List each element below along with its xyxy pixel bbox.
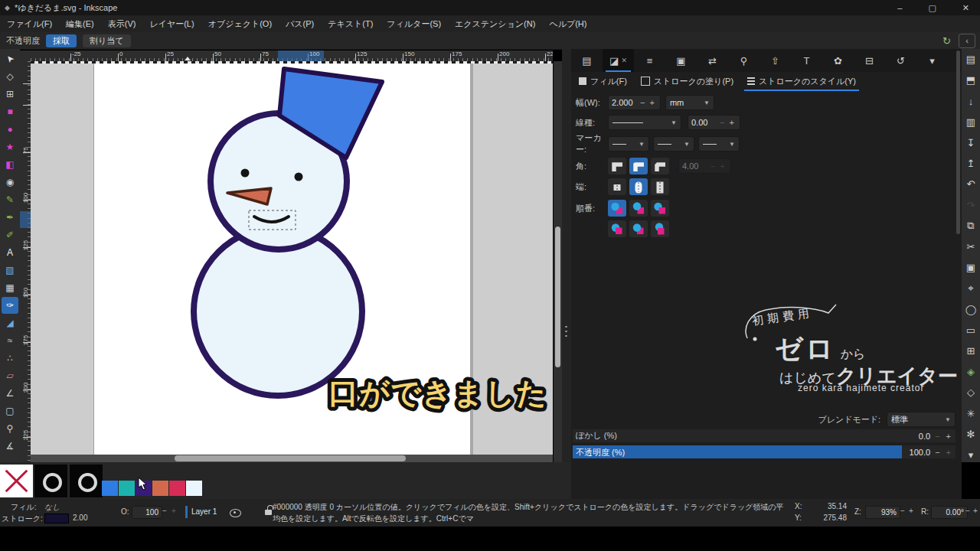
increment-icon[interactable]: + bbox=[647, 98, 656, 107]
cleanup-document-button[interactable]: ✳ bbox=[963, 406, 978, 420]
blur-slider[interactable]: ぼかし (%) 0.0 −+ bbox=[573, 429, 956, 442]
vertical-scrollbar[interactable] bbox=[554, 61, 562, 462]
assign-button[interactable]: 割り当て bbox=[83, 34, 131, 47]
text-tool[interactable]: A bbox=[2, 244, 18, 261]
calligraphy-tool[interactable]: ✐ bbox=[2, 227, 18, 243]
menu-item[interactable]: 表示(V) bbox=[101, 16, 143, 32]
maximize-button[interactable]: ▢ bbox=[928, 3, 936, 13]
paint-order-6-button[interactable] bbox=[651, 220, 669, 237]
decrement-icon[interactable]: − bbox=[900, 507, 905, 515]
transform-tab[interactable]: ⇄✕ bbox=[697, 49, 728, 72]
find-tab[interactable]: ⚲✕ bbox=[728, 49, 760, 72]
decrement-icon[interactable]: − bbox=[965, 507, 970, 515]
decrement-icon[interactable]: − bbox=[935, 448, 939, 457]
measure-tool[interactable]: ∡ bbox=[2, 438, 18, 455]
blend-mode-dropdown[interactable]: 標準▼ bbox=[887, 412, 956, 427]
cap-butt-button[interactable] bbox=[608, 178, 626, 195]
spiral-tool[interactable]: ◉ bbox=[2, 174, 18, 191]
decrement-icon[interactable]: − bbox=[162, 507, 167, 515]
rotation-value[interactable]: 0.00° bbox=[931, 506, 968, 519]
save-button[interactable]: ↓ bbox=[963, 93, 978, 108]
hscroll-thumb[interactable] bbox=[175, 455, 406, 461]
zoom-page-button[interactable]: ▭ bbox=[963, 323, 978, 337]
unit-dropdown[interactable]: mm▼ bbox=[665, 95, 714, 110]
document-properties-tab[interactable]: ▤✕ bbox=[571, 49, 603, 72]
tab-fill[interactable]: フィル(F) bbox=[574, 74, 632, 89]
close-dialog-icon[interactable]: ✕ bbox=[621, 57, 627, 64]
dropper-tool[interactable]: ✑ bbox=[2, 297, 18, 314]
undo-history-tab[interactable]: ↺✕ bbox=[885, 49, 916, 72]
more-dialogs-chevron[interactable]: ▾✕ bbox=[916, 49, 948, 72]
current-layer[interactable]: Layer 1 bbox=[191, 507, 217, 516]
decrement-icon[interactable]: − bbox=[935, 432, 939, 441]
stroke-color-swatch[interactable] bbox=[44, 514, 69, 523]
increment-icon[interactable]: + bbox=[946, 448, 951, 457]
menu-item[interactable]: ヘルプ(H) bbox=[542, 16, 593, 32]
menu-item[interactable]: フィルター(S) bbox=[380, 16, 448, 32]
menu-item[interactable]: 編集(E) bbox=[59, 16, 101, 32]
symbols-tab[interactable]: ✿✕ bbox=[822, 49, 854, 72]
palette-swatch-teal[interactable] bbox=[119, 481, 135, 496]
ring-swatch-2[interactable] bbox=[70, 465, 103, 497]
redo-button[interactable]: ↷ bbox=[963, 197, 978, 212]
pen-tool[interactable]: ✒ bbox=[2, 209, 18, 226]
pick-button[interactable]: 採取 bbox=[46, 34, 77, 47]
mesh-tool[interactable]: ▦ bbox=[2, 279, 18, 296]
gradient-tool[interactable]: ▧ bbox=[2, 262, 18, 279]
cut-button[interactable]: ✂ bbox=[963, 240, 978, 254]
minimize-button[interactable]: – bbox=[897, 3, 902, 13]
zoom-selection-button[interactable]: ⌖ bbox=[963, 281, 978, 295]
undo-button[interactable]: ↶ bbox=[963, 177, 978, 191]
palette-swatch-salmon[interactable] bbox=[152, 481, 168, 496]
dash-offset-spinner[interactable]: 0.00 −+ bbox=[688, 115, 740, 130]
no-color-swatch[interactable] bbox=[0, 465, 33, 497]
rectangle-tool[interactable]: ■ bbox=[2, 103, 18, 120]
opacity-slider[interactable]: 不透明度 (%) bbox=[573, 445, 902, 458]
pencil-tool[interactable]: ✎ bbox=[2, 191, 18, 208]
layers-tab[interactable]: ≡✕ bbox=[634, 49, 665, 72]
preferences-button[interactable]: ✻ bbox=[963, 427, 978, 442]
more-commands-chevron[interactable]: ▾ bbox=[963, 448, 978, 462]
objects-tab[interactable]: ▣✕ bbox=[665, 49, 697, 72]
palette-swatch-blue[interactable] bbox=[102, 481, 118, 496]
pages-tool[interactable]: ▢ bbox=[2, 403, 18, 419]
fill-stroke-tab[interactable]: ◪✕ bbox=[603, 49, 634, 72]
increment-icon[interactable]: + bbox=[727, 118, 736, 127]
paint-order-4-button[interactable] bbox=[608, 220, 626, 237]
start-marker-dropdown[interactable]: ▼ bbox=[608, 136, 649, 152]
duplicate-button[interactable]: ⊞ bbox=[963, 344, 978, 358]
fill-value[interactable]: なし bbox=[44, 502, 60, 513]
snapping-toggle-icon[interactable]: ↻ bbox=[942, 35, 951, 47]
decrement-icon[interactable]: − bbox=[717, 118, 727, 127]
join-bevel-button[interactable] bbox=[651, 158, 669, 174]
horizontal-ruler[interactable]: -250255075100125150175200225250 bbox=[31, 51, 553, 61]
dash-pattern-dropdown[interactable]: ▼ bbox=[608, 115, 681, 130]
eraser-tool[interactable]: ▱ bbox=[2, 367, 18, 384]
vscroll-thumb[interactable] bbox=[555, 227, 560, 367]
objects-list-tab[interactable]: ⊟✕ bbox=[854, 49, 885, 72]
text-and-font-tab[interactable]: T✕ bbox=[791, 49, 822, 72]
canvas[interactable]: 口ができました bbox=[31, 61, 553, 462]
tweak-tool[interactable]: ≈ bbox=[2, 332, 18, 349]
snap-bar-collapse-button[interactable]: ‹ bbox=[959, 34, 975, 48]
unlink-clone-button[interactable]: ◇ bbox=[963, 385, 978, 399]
palette-swatch-crimson[interactable] bbox=[169, 481, 185, 496]
document-page[interactable] bbox=[93, 64, 471, 462]
tab-stroke-style[interactable]: ストロークのスタイル(Y) bbox=[743, 74, 861, 89]
palette-swatch-lightblue[interactable] bbox=[186, 481, 202, 496]
open-document-button[interactable]: ⬒ bbox=[963, 73, 978, 87]
decrement-icon[interactable]: − bbox=[638, 98, 647, 107]
import-button[interactable]: ↧ bbox=[963, 135, 978, 150]
menu-item[interactable]: ファイル(F) bbox=[0, 16, 59, 32]
paint-order-3-button[interactable] bbox=[651, 200, 669, 217]
menu-item[interactable]: エクステンション(N) bbox=[448, 16, 542, 32]
menu-item[interactable]: レイヤー(L) bbox=[142, 16, 201, 32]
cap-round-button[interactable] bbox=[629, 178, 648, 195]
increment-icon[interactable]: + bbox=[946, 432, 951, 441]
ellipse-tool[interactable]: ● bbox=[2, 121, 18, 138]
panel-scrollbar[interactable] bbox=[956, 51, 960, 496]
menu-item[interactable]: テキスト(T) bbox=[321, 16, 380, 32]
menu-item[interactable]: パス(P) bbox=[279, 16, 321, 32]
box-3d-tool[interactable]: ◧ bbox=[2, 156, 18, 173]
tab-stroke-paint[interactable]: ストロークの塗り(P) bbox=[636, 74, 738, 89]
